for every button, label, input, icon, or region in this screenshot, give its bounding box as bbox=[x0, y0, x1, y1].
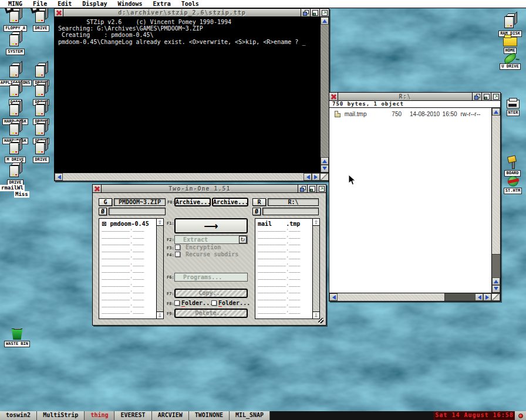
twoinone-titlebar[interactable]: Two-in-One 1.51 bbox=[93, 185, 326, 193]
right-top-item[interactable]: mail .tmp bbox=[258, 220, 311, 228]
window-iconify-button[interactable] bbox=[307, 185, 316, 192]
transfer-button[interactable]: ⟶ bbox=[174, 218, 248, 233]
window-shuffle-button[interactable] bbox=[298, 185, 307, 192]
left-drive-button[interactable]: G bbox=[99, 198, 112, 206]
extract-button[interactable]: Extract bbox=[174, 235, 248, 244]
r-window-titlebar[interactable]: R:\ bbox=[329, 93, 500, 101]
pane-scrollbar[interactable]: ⇧ ⇩ bbox=[312, 219, 319, 319]
desktop-icon-waste-bin[interactable]: WASTE BIN bbox=[2, 326, 32, 347]
scrollbar-track[interactable] bbox=[338, 293, 475, 301]
left-mask-button[interactable]: Ø bbox=[99, 208, 107, 215]
right-mask-field[interactable] bbox=[262, 208, 319, 215]
window-maximize-button[interactable] bbox=[316, 185, 326, 192]
taskbar-item-multistrip[interactable]: MultiStrip bbox=[37, 411, 85, 420]
taskbar-item-twoinone[interactable]: TWOINONE bbox=[189, 411, 230, 420]
taskbar-item-toswin2[interactable]: toswin2 bbox=[0, 411, 37, 420]
taskbar-item-thing[interactable]: thing bbox=[85, 411, 114, 420]
scrollbar-track[interactable] bbox=[492, 116, 500, 277]
menu-extra[interactable]: Extra bbox=[153, 0, 171, 8]
close-button[interactable] bbox=[55, 9, 63, 16]
resize-handle[interactable] bbox=[320, 173, 329, 181]
desktop-icon-drive-b[interactable]: DRIVE bbox=[29, 8, 53, 32]
desktop-icon-m-drive[interactable]: M DRIVE bbox=[2, 140, 28, 163]
scroll-left-button[interactable] bbox=[329, 293, 338, 301]
scroll-down-button[interactable] bbox=[321, 165, 329, 172]
desktop-icon-system[interactable]: SYSTEM bbox=[2, 32, 28, 55]
left-path-field[interactable]: PMDOOM~3.ZIP bbox=[114, 198, 166, 206]
resize-handle[interactable] bbox=[318, 318, 323, 323]
terminal-screen[interactable]: STZip v2.6 (c) Vincent Pomey 1990-1994 S… bbox=[55, 17, 320, 172]
menu-file[interactable]: File bbox=[33, 0, 47, 8]
left-file-pane[interactable]: ⊠ pmdoom-0.45 ––––––––––'–––– ––––––––––… bbox=[99, 218, 164, 319]
menu-display[interactable]: Display bbox=[82, 0, 107, 8]
resize-handle[interactable] bbox=[491, 293, 500, 301]
menu-tools[interactable]: Tools bbox=[181, 0, 199, 8]
delete-button[interactable]: Delete... bbox=[174, 309, 248, 318]
close-button[interactable] bbox=[329, 93, 338, 100]
desktop-icon-board[interactable]: BOARD bbox=[499, 156, 526, 177]
scrollbar-track[interactable] bbox=[321, 25, 329, 157]
refresh-button[interactable]: ↻ bbox=[239, 236, 247, 243]
scroll-right-button[interactable] bbox=[483, 293, 491, 301]
scroll-down-button[interactable] bbox=[492, 285, 500, 293]
right-path-field[interactable]: R:\ bbox=[268, 198, 319, 206]
window-iconify-button[interactable] bbox=[310, 9, 319, 16]
file-list[interactable]: mail.tmp 750 14-08-2010 16:50 rw-r--r-- … bbox=[329, 108, 491, 293]
menu-edit[interactable]: Edit bbox=[58, 0, 72, 8]
archive-left-button[interactable]: Archive... bbox=[174, 198, 211, 206]
scroll-up-button-2[interactable] bbox=[321, 157, 329, 165]
right-drive-button[interactable]: R bbox=[252, 198, 266, 206]
window-maximize-button[interactable] bbox=[319, 9, 329, 16]
window-shuffle-button[interactable] bbox=[301, 9, 310, 16]
terminal-titlebar[interactable]: d:\archiver\stzip_2.6\stzip.ttp bbox=[55, 9, 329, 17]
menu-ming[interactable]: MING bbox=[8, 0, 22, 8]
desktop-icon-u-drive[interactable]: U DRIVE bbox=[495, 50, 525, 70]
taskbar-item-everest[interactable]: EVEREST bbox=[114, 411, 151, 420]
window-shuffle-button[interactable] bbox=[472, 93, 481, 100]
pane-scrollbar[interactable]: ⇧ ⇩ bbox=[156, 219, 163, 319]
close-button[interactable] bbox=[93, 185, 102, 192]
left-mask-field[interactable] bbox=[109, 208, 166, 215]
empty-slot: ––––––––––'–––– bbox=[102, 276, 155, 283]
folder-right-button[interactable]: Folder... bbox=[218, 300, 250, 306]
file-row-mail-tmp[interactable]: mail.tmp 750 14-08-2010 16:50 rw-r--r-- … bbox=[329, 110, 491, 118]
scroll-left-button-2[interactable] bbox=[475, 293, 483, 301]
scroll-left-button[interactable] bbox=[55, 173, 63, 181]
folder-right-checkbox[interactable] bbox=[211, 300, 217, 306]
scrollbar-thumb[interactable] bbox=[492, 116, 500, 255]
horizontal-scrollbar[interactable] bbox=[55, 172, 329, 181]
desktop-icon-drive[interactable]: DRIVE bbox=[29, 140, 53, 163]
recurse-subdirs-checkbox[interactable] bbox=[175, 252, 180, 257]
left-top-item[interactable]: ⊠ pmdoom-0.45 bbox=[102, 220, 155, 228]
right-mask-button[interactable]: Ø bbox=[252, 208, 261, 215]
desktop-icon-printer[interactable]: NTER bbox=[501, 96, 525, 116]
folder-left-button[interactable]: Folder... bbox=[181, 300, 213, 306]
taskbar-item-arcview[interactable]: ARCVIEW bbox=[152, 411, 189, 420]
desktop-icon-htm-file[interactable]: ST.HTM bbox=[500, 176, 526, 194]
horizontal-scrollbar[interactable] bbox=[329, 293, 500, 301]
taskbar-item-mil-snap[interactable]: MIL_SNAP bbox=[230, 411, 270, 420]
copy-button[interactable]: Copy... bbox=[174, 289, 248, 298]
desktop-icon-drive[interactable]: DRIVE bbox=[2, 162, 28, 186]
archive-right-button[interactable]: Archive... bbox=[212, 198, 248, 206]
scroll-up-button[interactable] bbox=[321, 17, 329, 25]
window-maximize-button[interactable] bbox=[491, 93, 500, 100]
scrollbar-thumb[interactable] bbox=[338, 293, 445, 301]
vertical-scrollbar[interactable] bbox=[320, 17, 329, 172]
scrollbar-track[interactable] bbox=[63, 173, 304, 181]
programs-button[interactable]: Programs... bbox=[174, 273, 248, 282]
scroll-left-button-2[interactable] bbox=[304, 173, 312, 181]
window-iconify-button[interactable] bbox=[481, 93, 491, 100]
vertical-scrollbar[interactable] bbox=[491, 108, 500, 293]
folder-left-checkbox[interactable] bbox=[174, 300, 180, 306]
scroll-up-button-2[interactable] bbox=[492, 277, 500, 285]
right-file-pane[interactable]: mail .tmp ––––––––––'–––– ––––––––––'–––… bbox=[255, 218, 320, 319]
encryption-checkbox[interactable] bbox=[175, 245, 180, 250]
scroll-up-button[interactable] bbox=[492, 108, 500, 116]
desktop-icon-floppy-a[interactable]: FLOPPY A bbox=[2, 8, 28, 32]
scroll-right-button[interactable] bbox=[312, 173, 320, 181]
menu-windows[interactable]: Windows bbox=[117, 0, 142, 8]
pane-scroll-down[interactable]: ⇩ bbox=[157, 311, 163, 319]
pane-scroll-up[interactable]: ⇧ bbox=[157, 219, 163, 226]
pane-scroll-up[interactable]: ⇧ bbox=[313, 219, 319, 226]
